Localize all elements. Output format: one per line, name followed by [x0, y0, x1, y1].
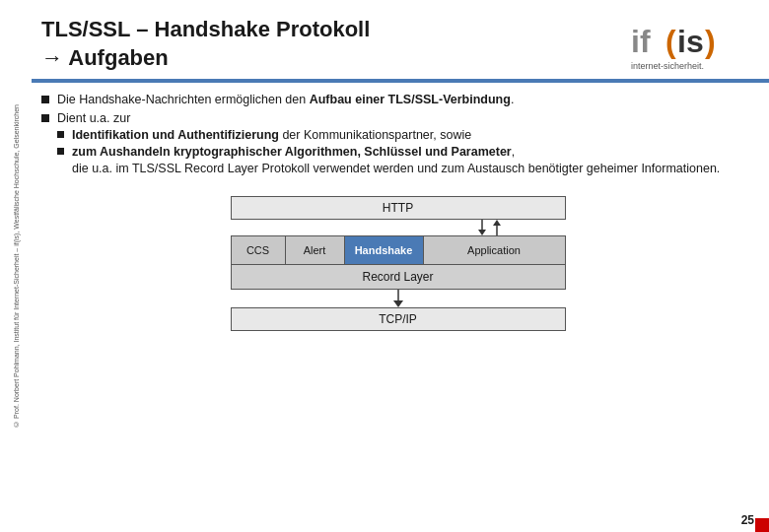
- arrow-to-tcp: [231, 290, 566, 307]
- record-layer-box: Record Layer: [231, 265, 566, 290]
- sub-item-1: Identifikation und Authentifizierung der…: [57, 128, 720, 142]
- double-arrow-svg: [231, 220, 566, 235]
- tcp-box: TCP/IP: [231, 307, 566, 331]
- sub-bullet-2: [57, 148, 64, 155]
- vertical-strip: © Prof. Norbert Pohlmann, Institut für I…: [0, 0, 32, 532]
- svg-marker-11: [393, 300, 403, 307]
- svg-text:if: if: [631, 24, 651, 59]
- copyright-text: © Prof. Norbert Pohlmann, Institut für I…: [13, 104, 20, 428]
- bullet-icon-1: [41, 96, 49, 103]
- http-box: HTTP: [231, 196, 566, 220]
- main-content: Die Handshake-Nachrichten ermöglichen de…: [32, 83, 769, 507]
- header: TLS/SSL – Handshake Protokoll → Aufgaben…: [32, 0, 769, 79]
- svg-text:internet-sicherheit.: internet-sicherheit.: [631, 61, 704, 71]
- page-title: TLS/SSL – Handshake Protokoll → Aufgaben: [41, 16, 370, 72]
- bullet-text-1: Die Handshake-Nachrichten ermöglichen de…: [57, 93, 514, 106]
- bullet2-para: die u.a. im TLS/SSL Record Layer Protoko…: [72, 162, 720, 175]
- title-line1: TLS/SSL – Handshake Protokoll: [41, 17, 370, 41]
- application-label: Application: [467, 244, 521, 256]
- svg-marker-7: [478, 230, 486, 235]
- sub-bullet-1: [57, 131, 64, 138]
- svg-text:(: (: [665, 24, 676, 59]
- record-layer-label: Record Layer: [362, 270, 433, 284]
- bullet2-intro: Dient u.a. zur: [57, 111, 130, 125]
- bullet-text-2: Dient u.a. zur Identifikation und Authen…: [57, 111, 720, 175]
- svg-marker-9: [493, 220, 501, 226]
- handshake-cell: Handshake: [345, 236, 424, 264]
- http-label: HTTP: [383, 201, 413, 215]
- bullet-item-1: Die Handshake-Nachrichten ermöglichen de…: [41, 93, 754, 106]
- alert-cell: Alert: [286, 236, 345, 264]
- red-corner-square: [755, 518, 769, 532]
- bullet-item-2: Dient u.a. zur Identifikation und Authen…: [41, 111, 754, 175]
- tcp-label: TCP/IP: [379, 312, 417, 326]
- sub-text-2: zum Aushandeln kryptographischer Algorit…: [72, 145, 515, 159]
- ccs-label: CCS: [246, 244, 269, 256]
- protocol-row: CCS Alert Handshake Application: [231, 235, 566, 265]
- sub-list: Identifikation und Authentifizierung der…: [57, 128, 720, 159]
- logo: if ( is ) internet-sicherheit.: [626, 15, 754, 74]
- bullet-icon-2: [41, 114, 49, 122]
- protocol-diagram: HTTP CCS Alert Handshake: [41, 196, 754, 498]
- ccs-cell: CCS: [232, 236, 286, 264]
- handshake-label: Handshake: [355, 244, 413, 256]
- application-cell: Application: [424, 236, 565, 264]
- alert-label: Alert: [304, 244, 326, 256]
- page-number: 25: [741, 513, 754, 527]
- svg-text:): ): [705, 24, 716, 59]
- svg-text:is: is: [677, 24, 704, 59]
- bullet-list: Die Handshake-Nachrichten ermöglichen de…: [41, 93, 754, 180]
- title-line2: → Aufgaben: [41, 45, 169, 70]
- sub-item-2: zum Aushandeln kryptographischer Algorit…: [57, 145, 720, 159]
- arrows-from-http: [231, 220, 566, 235]
- sub-text-1: Identifikation und Authentifizierung der…: [72, 128, 471, 142]
- arrow-to-tcp-svg: [231, 290, 566, 307]
